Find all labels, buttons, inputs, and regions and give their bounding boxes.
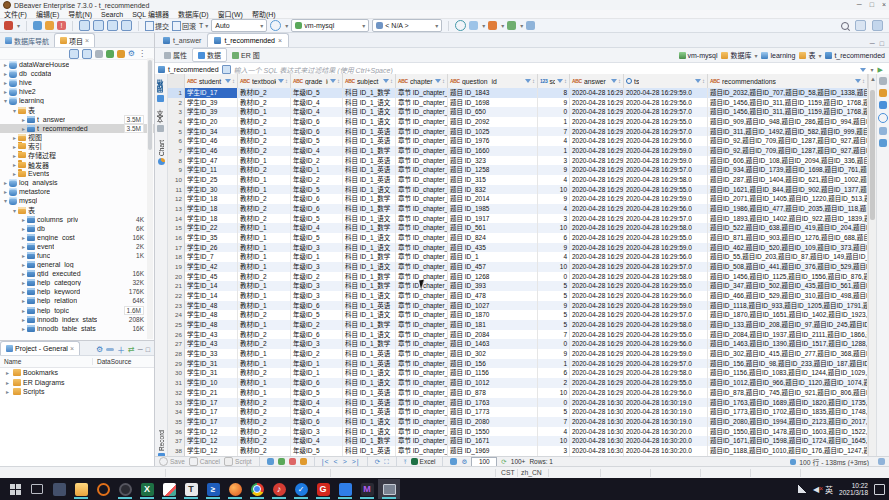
grid-cell[interactable]: 年级ID_5 xyxy=(291,88,343,98)
grid-cell[interactable]: 题目 ID_2080 xyxy=(448,417,538,427)
filter-icon[interactable] xyxy=(525,79,531,83)
grid-cell[interactable]: 章节 ID_chapter_3 xyxy=(396,185,448,195)
grid-cell[interactable]: 4 xyxy=(538,427,570,437)
grid-cell[interactable]: 题目 ID_1268 xyxy=(448,272,538,282)
grid-cell[interactable]: 科目 ID_1_英语 xyxy=(343,127,396,137)
grid-cell[interactable]: 科目 ID_1_数学 xyxy=(343,223,396,233)
grid-cell[interactable]: 科目 ID_1_语文 xyxy=(343,185,396,195)
grid-cell[interactable]: 2020-04-28 16:29:55 xyxy=(570,281,624,291)
grid-cell[interactable]: 科目 ID_1_英语 xyxy=(343,349,396,359)
grid-cell[interactable]: 2020-04-28 16:29:56 xyxy=(570,388,624,398)
grid-cell[interactable]: 教材ID_1 xyxy=(238,107,291,117)
grid-cell[interactable]: 科目 ID_1_语文 xyxy=(343,107,396,117)
grid-cell[interactable]: 2020-04-28 16:29:56 xyxy=(570,291,624,301)
filter-icon[interactable] xyxy=(278,79,284,83)
grid-cell[interactable]: 章节 ID_chapter_2 xyxy=(396,262,448,272)
grid-cell[interactable]: 题目ID_92,题目ID_709,题目ID_1287,题目ID_927,题目ID… xyxy=(708,136,868,146)
grid-cell[interactable]: 2020-04-28 16:29:56.0 xyxy=(624,388,708,398)
grid-cell[interactable]: 学生ID_17 xyxy=(185,417,238,427)
grid-cell[interactable]: 科目 ID_1_英语 xyxy=(343,156,396,166)
minus-icon[interactable] xyxy=(106,348,114,351)
expand-arrow[interactable]: ▸ xyxy=(2,188,9,195)
grid-cell[interactable]: 年级ID_6 xyxy=(291,378,343,388)
grid-cell[interactable]: 教材ID_1 xyxy=(238,320,291,330)
grid-cell[interactable]: 年级ID_1 xyxy=(291,252,343,262)
row-number[interactable]: 12 xyxy=(168,194,185,204)
grid-cell[interactable]: 4 xyxy=(538,204,570,214)
grid-cell[interactable]: 教材ID_2 xyxy=(238,117,291,127)
grid-cell[interactable]: 教材ID_2 xyxy=(238,446,291,456)
row-number[interactable]: 22 xyxy=(168,291,185,301)
grid-cell[interactable]: 2020-04-28 16:29:56.0 xyxy=(624,136,708,146)
menu-item[interactable]: Search xyxy=(101,11,123,18)
grid-cell[interactable]: 2020-04-28 16:29:55 xyxy=(570,330,624,340)
grid-cell[interactable]: 教材ID_1 xyxy=(238,349,291,359)
grid-cell[interactable]: 学生ID_12 xyxy=(185,427,238,437)
tab-project-general[interactable]: Project - General × xyxy=(0,341,80,355)
clean-icon[interactable] xyxy=(526,21,535,30)
grid-cell[interactable]: 教材ID_1 xyxy=(238,291,291,301)
grid-cell[interactable]: 题目ID_934,题目ID_1739,题目ID_1698,题目ID_761,题目… xyxy=(708,165,868,175)
grid-cell[interactable]: 章节 ID_chapter_1 xyxy=(396,204,448,214)
grid-cell[interactable]: 学生ID_22 xyxy=(185,223,238,233)
grid-cell[interactable]: 学生ID_14 xyxy=(185,291,238,301)
execute-icon[interactable]: ▶ xyxy=(878,66,883,74)
grid-cell[interactable]: 教材ID_2 xyxy=(238,436,291,446)
grid-cell[interactable]: 题目ID_462,题目ID_520,题目ID_109,题目ID_373,题目ID… xyxy=(708,243,868,253)
sort-icon[interactable]: ↕ xyxy=(618,78,621,84)
grid-cell[interactable]: 章节 ID_chapter_3 xyxy=(396,291,448,301)
grid-cell[interactable]: 题目 ID_478 xyxy=(448,291,538,301)
grid-cell[interactable]: 题目 ID_561 xyxy=(448,223,538,233)
grid-cell[interactable]: 题目 ID_2014 xyxy=(448,194,538,204)
grid-cell[interactable]: 7 xyxy=(538,417,570,427)
grid-cell[interactable]: 科目 ID_1_语文 xyxy=(343,368,396,378)
grid-cell[interactable]: 2020-04-28 16:29:55.0 xyxy=(624,330,708,340)
media-app-icon[interactable]: M xyxy=(356,479,378,499)
grid-cell[interactable]: 科目 ID_1_英语 xyxy=(343,446,396,456)
grid-cell[interactable]: 2020-04-28 16:30:20 xyxy=(570,446,624,456)
filter-icon[interactable] xyxy=(695,79,701,83)
grid-cell[interactable]: 年级ID_4 xyxy=(291,98,343,108)
row-number[interactable]: 34 xyxy=(168,407,185,417)
grid-cell[interactable]: 年级ID_2 xyxy=(291,156,343,166)
grid-cell[interactable]: 教材ID_2 xyxy=(238,427,291,437)
grid-panel-icon[interactable] xyxy=(879,101,887,109)
clock[interactable]: 10:22 2021/3/18 xyxy=(839,482,868,497)
grid-cell[interactable]: 2020-04-28 16:29:59.0 xyxy=(624,349,708,359)
table-row[interactable]: 7学生ID_46教材ID_2年级ID_4科目 ID_1_数学章节 ID_chap… xyxy=(168,146,868,156)
expand-arrow[interactable]: ▾ xyxy=(11,207,18,214)
table-row[interactable]: 22学生ID_14教材ID_1年级ID_3科目 ID_1_语文章节 ID_cha… xyxy=(168,291,868,301)
grid-cell[interactable]: 年级ID_4 xyxy=(291,223,343,233)
grid-cell[interactable]: 科目 ID_1_语文 xyxy=(343,233,396,243)
chevron-down-icon[interactable]: ▾ xyxy=(754,52,757,59)
row-number[interactable]: 15 xyxy=(168,223,185,233)
grid-cell[interactable]: 题目ID_1463,题目ID_1390,题目ID_1517,题目ID_1288,… xyxy=(708,339,868,349)
grid-cell[interactable]: 题目 ID_393 xyxy=(448,281,538,291)
expand-arrow[interactable]: ▸ xyxy=(20,243,27,250)
grid-cell[interactable]: 年级ID_6 xyxy=(291,301,343,311)
menu-item[interactable]: 窗口(W) xyxy=(218,9,243,19)
grid-cell[interactable]: 2020-04-28 16:29:59 xyxy=(570,146,624,156)
next-page-icon[interactable]: > xyxy=(343,458,348,465)
grid-cell[interactable]: 3 xyxy=(538,214,570,224)
breadcrumb-item[interactable]: vm-mysql xyxy=(679,52,718,59)
grid-cell[interactable]: 2020-04-28 16:29:55 xyxy=(570,117,624,127)
grid-cell[interactable]: 2020-04-28 16:29:59 xyxy=(570,349,624,359)
grid-cell[interactable]: 年级ID_5 xyxy=(291,310,343,320)
expand-arrow[interactable]: ▸ xyxy=(20,261,27,268)
grid-cell[interactable]: 题目 ID_1698 xyxy=(448,98,538,108)
grid-cell[interactable]: 科目 ID_1_英语 xyxy=(343,398,396,408)
grid-cell[interactable]: 章节 ID_chapter_1 xyxy=(396,98,448,108)
grid-cell[interactable]: 2020-04-28 16:29:58.0 xyxy=(624,320,708,330)
grid-cell[interactable]: 年级ID_2 xyxy=(291,175,343,185)
row-number[interactable]: 26 xyxy=(168,330,185,340)
grid-cell[interactable]: 1 xyxy=(538,146,570,156)
grid-cell[interactable]: 题目 ID_315 xyxy=(448,175,538,185)
grid-cell[interactable]: 年级ID_3 xyxy=(291,427,343,437)
link-icon[interactable]: ＋ xyxy=(117,344,125,355)
grid-cell[interactable]: 题目ID_909,题目ID_948,题目ID_286,题目ID_994,题目ID… xyxy=(708,117,868,127)
row-number[interactable]: 9 xyxy=(168,165,185,175)
grid-cell[interactable]: 科目 ID_1_语文 xyxy=(343,378,396,388)
photos-app-icon[interactable] xyxy=(48,479,70,499)
row-number[interactable]: 29 xyxy=(168,359,185,369)
